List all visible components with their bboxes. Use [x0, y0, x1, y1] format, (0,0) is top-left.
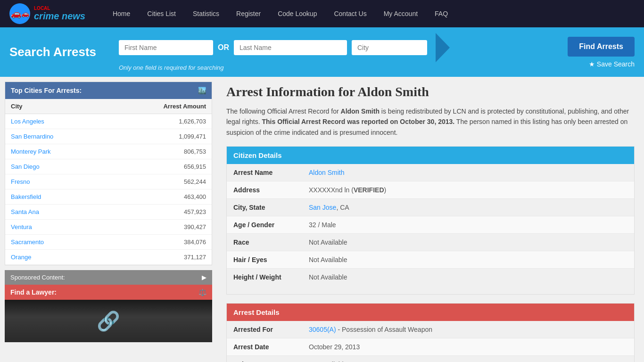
table-row: Address XXXXXXnd ln (VERIFIED)	[227, 181, 634, 199]
top-cities-box: Top Cities For Arrests: 🏙️ City Arrest A…	[5, 82, 212, 265]
city-amount: 806,753	[108, 144, 212, 159]
city-name: Santa Ana	[5, 205, 108, 220]
star-icon: ★	[589, 60, 595, 68]
nav-code-lookup[interactable]: Code Lookup	[269, 0, 325, 27]
field-label-race: Race	[227, 234, 302, 251]
field-value-address: XXXXXXnd ln (VERIFIED)	[302, 181, 634, 199]
address-end: )	[384, 186, 387, 194]
table-row: Santa Ana 457,923	[5, 205, 212, 220]
search-bar-inner: OR Only one field is required for search…	[119, 33, 553, 71]
address-text: XXXXXXnd ln (	[309, 186, 354, 194]
lawyer-image: 🔗	[5, 300, 212, 342]
nav-my-account[interactable]: My Account	[375, 0, 426, 27]
city-link[interactable]: San Jose	[309, 204, 336, 211]
field-label-arrested-for: Arrested For	[227, 321, 302, 338]
cities-table: City Arrest Amount Los Angeles 1,626,703…	[5, 99, 212, 265]
field-label-age-gender: Age / Gender	[227, 216, 302, 234]
field-label-address: Address	[227, 181, 302, 199]
top-cities-header: Top Cities For Arrests: 🏙️	[5, 82, 212, 99]
city-link[interactable]: Ventura	[11, 223, 32, 230]
state-value: , CA	[336, 204, 349, 211]
table-row: Height / Weight Not Available	[227, 269, 634, 286]
field-value-age-gender: 32 / Male	[302, 216, 634, 234]
sidebar: Top Cities For Arrests: 🏙️ City Arrest A…	[0, 77, 217, 362]
col-amount: Arrest Amount	[108, 99, 212, 114]
city-amount: 1,099,471	[108, 129, 212, 144]
city-name: Orange	[5, 250, 108, 265]
table-row: Monterey Park 806,753	[5, 144, 212, 159]
citizen-details-box: Citizen Details Arrest Name Aldon Smith …	[226, 146, 635, 295]
arrest-title: Arrest Information for Aldon Smith	[226, 84, 635, 99]
city-link[interactable]: San Diego	[11, 163, 40, 170]
city-link[interactable]: Sacramento	[11, 239, 44, 246]
table-row: Race Not Available	[227, 234, 634, 251]
nav-statistics[interactable]: Statistics	[184, 0, 228, 27]
arrest-details-table: Arrested For 30605(A) - Possession of As…	[227, 321, 634, 362]
city-link[interactable]: Bakersfield	[11, 193, 41, 200]
city-name: Ventura	[5, 220, 108, 235]
intro-part1: The following Official Arrest Record for	[226, 107, 341, 115]
field-label-city-state: City, State	[227, 199, 302, 216]
logo-brand: crime news	[34, 11, 85, 22]
field-label-height-weight: Height / Weight	[227, 269, 302, 286]
play-icon: ▶	[202, 274, 206, 281]
city-link[interactable]: Monterey Park	[11, 148, 51, 155]
charge-code-link[interactable]: 30605(A)	[309, 326, 336, 333]
table-row: Orange 371,127	[5, 250, 212, 265]
city-input[interactable]	[352, 40, 427, 55]
city-amount: 656,915	[108, 159, 212, 174]
city-name: San Diego	[5, 159, 108, 174]
table-row: Bakersfield 463,400	[5, 189, 212, 205]
city-name: Bakersfield	[5, 189, 108, 205]
save-search-link[interactable]: ★ Save Search	[589, 60, 635, 68]
address-verified: VERIFIED	[354, 186, 384, 194]
arrest-details-header: Arrest Details	[227, 304, 634, 321]
field-label-arrest-date: Arrest Date	[227, 338, 302, 356]
logo-text: LOCAL crime news	[34, 6, 85, 22]
city-link[interactable]: San Bernardino	[11, 133, 53, 140]
city-link[interactable]: Santa Ana	[11, 208, 39, 215]
nav-cities-list[interactable]: Cities List	[139, 0, 184, 27]
scale-icon: ⚖️	[198, 288, 206, 296]
find-arrests-button[interactable]: Find Arrests	[568, 37, 635, 57]
city-link[interactable]: Los Angeles	[11, 118, 44, 125]
main-content: Top Cities For Arrests: 🏙️ City Arrest A…	[0, 77, 644, 362]
nav-links: Home Cities List Statistics Register Cod…	[104, 0, 635, 27]
arrest-name-link[interactable]: Aldon Smith	[309, 169, 344, 176]
field-value-hair-eyes: Not Available	[302, 251, 634, 269]
citizen-details-header: Citizen Details	[227, 147, 634, 164]
nav-faq[interactable]: FAQ	[426, 0, 456, 27]
city-link[interactable]: Orange	[11, 254, 31, 261]
top-cities-header-label: Top Cities For Arrests:	[11, 87, 82, 94]
table-row: Age / Gender 32 / Male	[227, 216, 634, 234]
search-inputs-row: OR	[119, 33, 553, 62]
sponsored-label: Sponsored Content:	[10, 274, 65, 281]
city-amount: 1,626,703	[108, 114, 212, 129]
logo[interactable]: 🚗 LOCAL crime news	[9, 3, 85, 24]
table-row: Hair / Eyes Not Available	[227, 251, 634, 269]
city-amount: 562,244	[108, 174, 212, 189]
table-row: City, State San Jose, CA	[227, 199, 634, 216]
nav-contact-us[interactable]: Contact Us	[325, 0, 375, 27]
field-value-arrest-name: Aldon Smith	[302, 164, 634, 181]
table-row: Release Date Not Available	[227, 356, 634, 362]
arrest-details-box: Arrest Details Arrested For 30605(A) - P…	[226, 303, 635, 362]
table-row: San Diego 656,915	[5, 159, 212, 174]
save-search-label: Save Search	[597, 60, 635, 68]
field-value-release-date: Not Available	[302, 356, 634, 362]
nav-home[interactable]: Home	[104, 0, 139, 27]
first-name-input[interactable]	[119, 40, 213, 55]
table-row: San Bernardino 1,099,471	[5, 129, 212, 144]
city-name: San Bernardino	[5, 129, 108, 144]
table-row: Arrested For 30605(A) - Possession of As…	[227, 321, 634, 338]
charge-desc: - Possession of Assault Weapon	[336, 326, 432, 333]
field-value-race: Not Available	[302, 234, 634, 251]
field-value-arrest-date: October 29, 2013	[302, 338, 634, 356]
col-city: City	[5, 99, 108, 114]
field-value-arrested-for: 30605(A) - Possession of Assault Weapon	[302, 321, 634, 338]
last-name-input[interactable]	[234, 40, 347, 55]
table-row: Los Angeles 1,626,703	[5, 114, 212, 129]
city-link[interactable]: Fresno	[11, 178, 30, 185]
nav-register[interactable]: Register	[228, 0, 269, 27]
field-label-hair-eyes: Hair / Eyes	[227, 251, 302, 269]
